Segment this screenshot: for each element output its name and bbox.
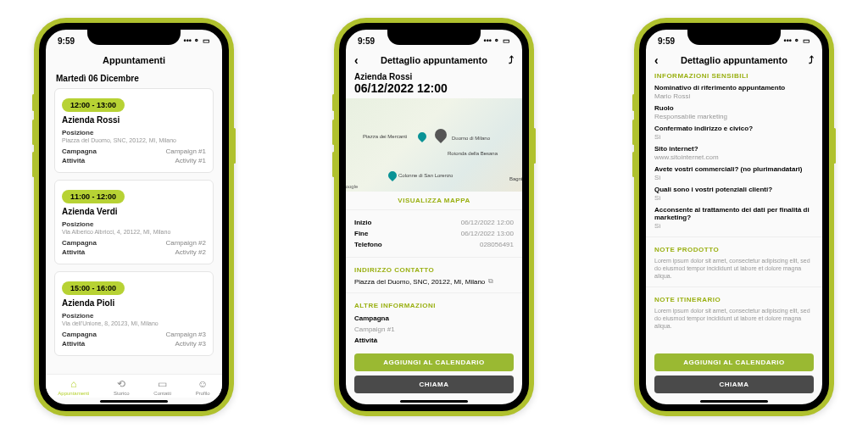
status-time: 9:59 <box>358 36 375 46</box>
screen-header: ‹ Dettaglio appuntamento ⤴ <box>346 52 522 69</box>
section-other: ALTRE INFORMAZIONI <box>354 302 514 309</box>
nav-contacts[interactable]: ▭Contatti <box>153 378 171 396</box>
map-preview[interactable]: Piazza dei Mercanti Duomo di Milano Roto… <box>346 98 522 192</box>
appointment-card[interactable]: 12:00 - 13:00 Azienda Rossi Posizione Pi… <box>54 88 214 173</box>
screen-header: Appuntamenti <box>46 52 222 69</box>
contacts-icon: ▭ <box>158 378 167 390</box>
view-map-button[interactable]: VISUALIZZA MAPPA <box>346 192 522 210</box>
phone-mockup-1: 9:59 ••• ⚬ ▭ Appuntamenti Martedì 06 Dic… <box>34 18 234 416</box>
home-indicator[interactable] <box>100 400 168 403</box>
page-title: Appuntamenti <box>103 55 165 65</box>
home-indicator[interactable] <box>400 400 468 403</box>
back-icon[interactable]: ‹ <box>354 53 359 67</box>
company-name: Azienda Rossi <box>62 115 206 125</box>
nav-appointments[interactable]: ⌂Appuntamenti <box>58 378 89 396</box>
add-calendar-button[interactable]: AGGIUNGI AL CALENDARIO <box>654 353 814 371</box>
home-indicator[interactable] <box>700 400 768 403</box>
company-name: Azienda Verdi <box>62 207 206 216</box>
page-title: Dettaglio appuntamento <box>681 55 787 65</box>
history-icon: ⟲ <box>117 378 125 390</box>
section-itinerary-notes: NOTE ITINERARIO <box>654 296 814 303</box>
section-address: INDIRIZZO CONTATTO <box>354 266 514 274</box>
section-product-notes: NOTE PRODOTTO <box>654 246 814 253</box>
call-button[interactable]: CHIAMA <box>354 376 514 393</box>
nav-history[interactable]: ⟲Storico <box>114 378 130 396</box>
appointment-card[interactable]: 15:00 - 16:00 Azienda Pioli Posizione Vi… <box>54 271 214 356</box>
appointment-datetime: 06/12/2022 12:00 <box>354 81 514 95</box>
nav-profile[interactable]: ☺Profilo <box>196 378 210 396</box>
date-header: Martedì 06 Dicembre <box>54 69 214 88</box>
status-icons: ••• ⚬ ▭ <box>784 36 810 45</box>
status-time: 9:59 <box>658 36 675 46</box>
company-name: Azienda Rossi <box>354 72 514 81</box>
status-time: 9:59 <box>58 36 75 46</box>
page-title: Dettaglio appuntamento <box>381 55 487 65</box>
time-chip: 15:00 - 16:00 <box>62 281 125 295</box>
company-name: Azienda Pioli <box>62 298 206 308</box>
phone-mockup-3: 9:59 ••• ⚬ ▭ ‹ Dettaglio appuntamento ⤴ … <box>634 18 834 416</box>
time-chip: 12:00 - 13:00 <box>62 98 125 112</box>
appointment-card[interactable]: 11:00 - 12:00 Azienda Verdi Posizione Vi… <box>54 180 214 264</box>
external-link-icon[interactable]: ⧉ <box>488 277 493 286</box>
bottom-nav: ⌂Appuntamenti ⟲Storico ▭Contatti ☺Profil… <box>46 374 222 398</box>
status-icons: ••• ⚬ ▭ <box>184 36 210 45</box>
add-calendar-button[interactable]: AGGIUNGI AL CALENDARIO <box>354 353 514 371</box>
section-sensitive: INFORMAZIONI SENSIBILI <box>654 72 814 80</box>
home-icon: ⌂ <box>70 378 76 390</box>
call-button[interactable]: CHIAMA <box>654 376 814 393</box>
screen-header: ‹ Dettaglio appuntamento ⤴ <box>646 52 822 69</box>
share-icon[interactable]: ⤴ <box>809 54 814 66</box>
google-logo: Google <box>346 184 358 189</box>
back-icon[interactable]: ‹ <box>654 53 659 67</box>
phone-mockup-2: 9:59 ••• ⚬ ▭ ‹ Dettaglio appuntamento ⤴ … <box>334 18 534 416</box>
share-icon[interactable]: ⤴ <box>509 54 514 66</box>
profile-icon: ☺ <box>198 378 208 390</box>
status-icons: ••• ⚬ ▭ <box>484 36 510 45</box>
time-chip: 11:00 - 12:00 <box>62 190 125 203</box>
